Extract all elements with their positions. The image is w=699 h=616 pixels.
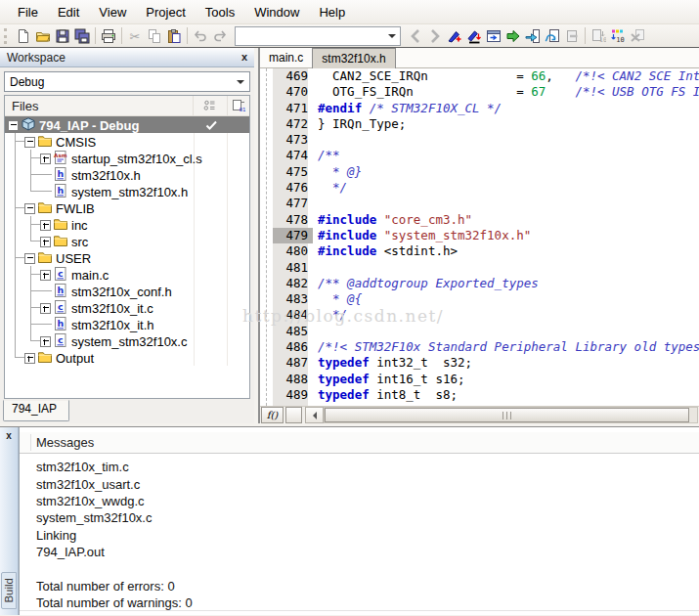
tree-row-cmsis[interactable]: CMSIS bbox=[5, 133, 249, 150]
expand-icon[interactable] bbox=[40, 270, 51, 281]
undo-button[interactable] bbox=[191, 26, 210, 46]
tree-row-startup-stm32f10x-cl-s[interactable]: Asmstartup_stm32f10x_cl.s bbox=[5, 150, 249, 166]
breakpoint-gutter-cell[interactable] bbox=[260, 84, 273, 100]
expand-icon[interactable] bbox=[40, 336, 51, 347]
expand-icon[interactable] bbox=[24, 353, 35, 364]
code-line-481: 481 bbox=[260, 260, 699, 276]
compile-button[interactable] bbox=[523, 26, 543, 46]
breakpoint-gutter-cell[interactable] bbox=[260, 324, 273, 339]
paste-button[interactable] bbox=[164, 26, 184, 46]
break-button[interactable] bbox=[628, 26, 647, 46]
breakpoint-gutter-cell[interactable] bbox=[260, 260, 273, 276]
tree-row-src[interactable]: src bbox=[5, 233, 249, 249]
breakpoint-gutter-cell[interactable] bbox=[260, 387, 273, 403]
new-file-button[interactable] bbox=[14, 26, 33, 46]
save-button[interactable] bbox=[53, 26, 72, 46]
tree-row-fwlib[interactable]: FWLIB bbox=[5, 199, 249, 216]
breakpoint-gutter-cell[interactable] bbox=[260, 132, 273, 148]
tree-row-stm32f10x-it-h[interactable]: hstm32f10x_it.h bbox=[5, 316, 249, 332]
breakpoint-gutter-cell[interactable] bbox=[260, 101, 273, 116]
expand-icon[interactable] bbox=[40, 303, 51, 314]
print-button[interactable] bbox=[99, 26, 118, 46]
tree-row-main-c[interactable]: cmain.c bbox=[5, 266, 249, 283]
collapse-icon[interactable] bbox=[24, 253, 35, 264]
menu-edit[interactable]: Edit bbox=[48, 2, 89, 22]
breakpoint-gutter-cell[interactable] bbox=[260, 116, 273, 132]
navigate-back-button[interactable] bbox=[406, 26, 425, 46]
toolbar-grip[interactable] bbox=[4, 28, 10, 44]
expand-icon[interactable] bbox=[40, 154, 51, 164]
split-editor-button[interactable] bbox=[285, 407, 302, 423]
svg-text:c: c bbox=[58, 268, 64, 279]
debug-without-download-button[interactable]: 10 bbox=[608, 26, 628, 46]
breakpoint-gutter-cell[interactable] bbox=[260, 212, 273, 228]
horizontal-scrollbar[interactable] bbox=[324, 407, 698, 423]
menu-window[interactable]: Window bbox=[244, 2, 309, 22]
breakpoint-gutter-cell[interactable] bbox=[260, 68, 273, 84]
tree-row-system-stm32f10x-h[interactable]: hsystem_stm32f10x.h bbox=[5, 183, 249, 199]
menu-help[interactable]: Help bbox=[309, 2, 355, 22]
scrollbar-thumb[interactable] bbox=[325, 408, 689, 422]
breakpoint-gutter-cell[interactable] bbox=[260, 243, 273, 259]
breakpoint-gutter-cell[interactable] bbox=[260, 339, 273, 355]
editor-tab-bar: main.cstm32f10x.h bbox=[260, 48, 699, 68]
breakpoint-gutter-cell[interactable] bbox=[260, 180, 273, 196]
copy-button[interactable] bbox=[145, 26, 164, 46]
toggle-bookmark-button[interactable] bbox=[445, 26, 464, 46]
options-column-header[interactable] bbox=[193, 96, 227, 115]
chevron-down-icon bbox=[388, 34, 396, 42]
next-bookmark-button[interactable] bbox=[464, 26, 484, 46]
download-debug-button[interactable]: 10 bbox=[589, 26, 608, 46]
toolbar-search-combobox[interactable] bbox=[235, 26, 401, 46]
configuration-dropdown[interactable]: Debug bbox=[4, 71, 250, 92]
tree-row-794-iap-debug[interactable]: 794_IAP - Debug bbox=[5, 116, 249, 133]
h-file-icon: h bbox=[53, 166, 68, 182]
save-all-button[interactable] bbox=[72, 26, 92, 46]
build-tab[interactable]: Build bbox=[1, 572, 17, 609]
function-select-button[interactable]: f() bbox=[261, 407, 284, 423]
rebuild-all-button[interactable] bbox=[543, 26, 562, 46]
breakpoint-gutter-cell[interactable] bbox=[260, 196, 273, 211]
tree-row-output[interactable]: Output bbox=[5, 349, 249, 366]
breakpoint-gutter-cell[interactable] bbox=[260, 307, 273, 323]
open-file-button[interactable] bbox=[33, 26, 53, 46]
tree-row-system-stm32f10x-c[interactable]: csystem_stm32f10x.c bbox=[5, 332, 249, 349]
output-column-header[interactable]: 01 bbox=[227, 96, 249, 115]
editor-tab-stm32f10x-h[interactable]: stm32f10x.h bbox=[312, 48, 395, 68]
tree-row-stm32f10x-it-c[interactable]: cstm32f10x_it.c bbox=[5, 299, 249, 316]
tree-row-stm32f10x-h[interactable]: hstm32f10x.h bbox=[5, 166, 249, 183]
breakpoint-gutter-cell[interactable] bbox=[260, 276, 273, 291]
navigate-forward-button[interactable] bbox=[425, 26, 445, 46]
make-button[interactable] bbox=[503, 26, 523, 46]
menu-file[interactable]: File bbox=[8, 2, 48, 22]
redo-button[interactable] bbox=[210, 26, 230, 46]
breakpoint-gutter-cell[interactable] bbox=[260, 355, 273, 371]
breakpoint-gutter-cell[interactable] bbox=[260, 372, 273, 387]
tree-row-stm32f10x-conf-h[interactable]: hstm32f10x_conf.h bbox=[5, 283, 249, 299]
breakpoint-gutter-cell[interactable] bbox=[260, 164, 273, 180]
collapse-icon[interactable] bbox=[8, 120, 19, 131]
expand-icon[interactable] bbox=[40, 220, 51, 231]
stop-build-button[interactable] bbox=[562, 26, 582, 46]
breakpoint-gutter-cell[interactable] bbox=[260, 291, 273, 307]
menu-project[interactable]: Project bbox=[136, 2, 195, 22]
menu-view[interactable]: View bbox=[89, 2, 136, 22]
workspace-project-tab[interactable]: 794_IAP bbox=[3, 400, 69, 421]
tree-row-user[interactable]: USER bbox=[5, 249, 249, 266]
breakpoint-gutter-cell[interactable] bbox=[260, 228, 273, 243]
find-in-files-button[interactable] bbox=[484, 26, 503, 46]
code-area[interactable]: 469 CAN2_SCE_IRQn = 66, /*!< CAN2 SCE In… bbox=[260, 68, 699, 406]
build-panel: x Build Messages stm32f10x_tim.cstm32f10… bbox=[0, 426, 699, 615]
workspace-close-icon[interactable]: x bbox=[241, 52, 247, 63]
scroll-left-button[interactable] bbox=[305, 407, 324, 423]
editor-tab-main-c[interactable]: main.c bbox=[260, 48, 312, 67]
collapse-icon[interactable] bbox=[24, 203, 35, 214]
cut-button[interactable]: ✂ bbox=[125, 26, 145, 46]
build-panel-close-icon[interactable]: x bbox=[6, 431, 12, 441]
menu-tools[interactable]: Tools bbox=[196, 2, 244, 22]
collapse-icon[interactable] bbox=[24, 137, 35, 148]
code-line-469: 469 CAN2_SCE_IRQn = 66, /*!< CAN2 SCE In… bbox=[260, 68, 699, 84]
breakpoint-gutter-cell[interactable] bbox=[260, 148, 273, 163]
expand-icon[interactable] bbox=[40, 237, 51, 247]
tree-row-inc[interactable]: inc bbox=[5, 216, 249, 233]
